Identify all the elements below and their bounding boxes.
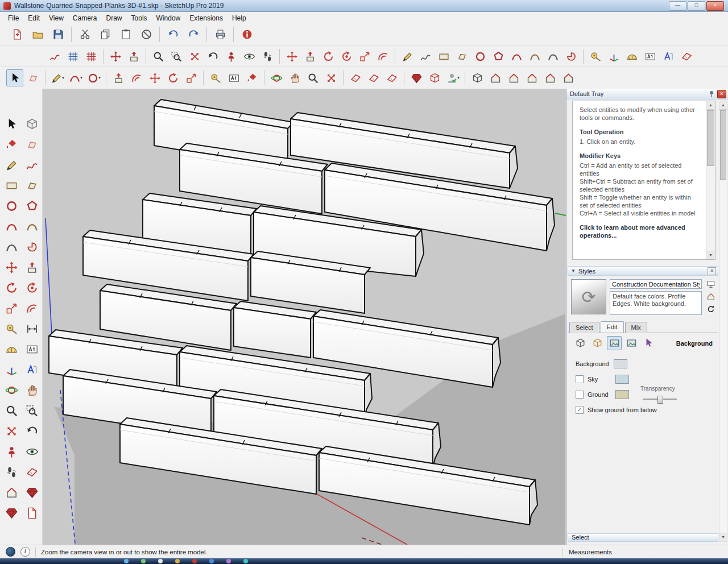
- offset-button[interactable]: [374, 48, 391, 65]
- rotate-button[interactable]: [2, 279, 21, 297]
- cut-button[interactable]: [76, 26, 93, 43]
- freehand-button[interactable]: [417, 48, 434, 65]
- instructor-more-link[interactable]: Click to learn about more advanced opera…: [580, 223, 700, 239]
- protractor-button[interactable]: [623, 48, 640, 65]
- extension-warehouse-button[interactable]: [2, 504, 21, 522]
- styles-close-icon[interactable]: ✕: [708, 267, 716, 275]
- viewport[interactable]: [43, 89, 566, 545]
- taskbar-app-icon[interactable]: [158, 559, 163, 563]
- tab-edit[interactable]: Edit: [601, 321, 624, 333]
- position-camera-button[interactable]: [2, 442, 21, 461]
- slider-thumb[interactable]: [657, 396, 663, 404]
- style-thumbnail[interactable]: ⟳: [571, 279, 606, 314]
- paint-button[interactable]: [2, 135, 21, 154]
- tray-scroll-down-icon[interactable]: ▼: [719, 533, 727, 541]
- scale-button[interactable]: [183, 69, 200, 86]
- zoom-button[interactable]: [2, 401, 21, 420]
- orbit-button[interactable]: [2, 381, 21, 399]
- scale-button[interactable]: [2, 299, 21, 317]
- transparency-slider[interactable]: [643, 396, 677, 403]
- menu-help[interactable]: Help: [228, 13, 251, 23]
- x-ray-button[interactable]: [426, 69, 443, 86]
- minimize-button[interactable]: —: [669, 1, 686, 11]
- measurements-input[interactable]: [618, 548, 720, 557]
- close-button[interactable]: ×: [706, 1, 724, 11]
- move-button[interactable]: [146, 69, 163, 86]
- section-cuts-button[interactable]: [365, 69, 382, 86]
- sandbox-from-scratch-button[interactable]: [82, 48, 100, 65]
- sandbox-from-contours-button[interactable]: [64, 48, 81, 65]
- two-point-arc-button[interactable]: [22, 217, 42, 235]
- tape-measure-button[interactable]: [587, 48, 604, 65]
- look-around-button[interactable]: [241, 48, 258, 65]
- rectangle-button[interactable]: [2, 176, 21, 194]
- offset-button[interactable]: [22, 299, 42, 317]
- front-view-button[interactable]: [505, 69, 522, 86]
- circle-button[interactable]: [2, 197, 21, 215]
- left-view-button[interactable]: [560, 69, 577, 86]
- polygon-button[interactable]: [490, 48, 507, 65]
- copy-button[interactable]: [97, 26, 114, 43]
- tape-measure-button[interactable]: [207, 69, 224, 86]
- axes-button[interactable]: [605, 48, 622, 65]
- face-settings-button[interactable]: [590, 336, 605, 350]
- scroll-down-icon[interactable]: ▼: [706, 251, 715, 259]
- shapes-button[interactable]: ▾: [85, 69, 102, 86]
- taskbar-app-icon[interactable]: [124, 559, 129, 563]
- zoom-extents-button[interactable]: [2, 422, 21, 440]
- rotated-rectangle-button[interactable]: [453, 48, 470, 65]
- stamp-button[interactable]: [125, 48, 142, 65]
- update-style-button[interactable]: [706, 304, 716, 314]
- style-name-input[interactable]: [610, 279, 702, 289]
- menu-extensions[interactable]: Extensions: [185, 13, 228, 23]
- shadows-button[interactable]: [408, 69, 425, 86]
- scroll-up-icon[interactable]: ▲: [706, 101, 715, 110]
- paint-button[interactable]: [243, 69, 260, 86]
- taskbar-app-icon[interactable]: [175, 559, 180, 563]
- secondary-pane-button[interactable]: [706, 279, 716, 289]
- axes-button[interactable]: [2, 360, 21, 379]
- polygon-button[interactable]: [22, 197, 42, 215]
- line-button[interactable]: [399, 48, 416, 65]
- arcs-button[interactable]: ▾: [67, 69, 84, 86]
- section-plane-button[interactable]: [347, 69, 364, 86]
- menu-edit[interactable]: Edit: [23, 13, 44, 23]
- taskbar-app-icon[interactable]: [141, 559, 146, 563]
- taskbar[interactable]: [0, 558, 728, 564]
- line-button[interactable]: [2, 156, 21, 174]
- section-plane-button[interactable]: [678, 48, 695, 65]
- sky-checkbox[interactable]: [576, 375, 584, 383]
- new-button[interactable]: [9, 26, 26, 43]
- tray-scroll-up-icon[interactable]: ▲: [719, 101, 727, 110]
- eraser-button[interactable]: [22, 135, 42, 154]
- eraser-button[interactable]: [24, 69, 42, 86]
- push-pull-button[interactable]: [110, 69, 127, 86]
- pan-button[interactable]: [286, 69, 303, 86]
- rotated-rectangle-button[interactable]: [22, 176, 42, 194]
- undo-button[interactable]: [164, 26, 181, 43]
- collapse-triangle-icon[interactable]: ▼: [571, 268, 576, 273]
- arc-button[interactable]: [508, 48, 525, 65]
- follow-me-button[interactable]: [22, 279, 42, 297]
- zoom-previous-button[interactable]: [204, 48, 221, 65]
- freehand-button[interactable]: [22, 156, 42, 174]
- taskbar-app-icon[interactable]: [209, 559, 214, 563]
- model-canvas[interactable]: [43, 89, 566, 545]
- protractor-button[interactable]: [2, 340, 21, 358]
- push-pull-button[interactable]: [22, 258, 42, 276]
- follow-me-button[interactable]: [338, 48, 355, 65]
- maximize-button[interactable]: □: [688, 1, 705, 11]
- rotate-button[interactable]: [164, 69, 181, 86]
- print-button[interactable]: [212, 26, 229, 43]
- tray-scrollbar-thumb[interactable]: [720, 110, 726, 180]
- model-info-button[interactable]: [238, 26, 255, 43]
- walk-button[interactable]: [2, 463, 21, 481]
- right-view-button[interactable]: [523, 69, 540, 86]
- zoom-extents-button[interactable]: [186, 48, 203, 65]
- scrollbar-thumb[interactable]: [707, 110, 714, 166]
- move-button[interactable]: [2, 258, 21, 276]
- section-planes-button[interactable]: [383, 69, 400, 86]
- menu-draw[interactable]: Draw: [102, 13, 127, 23]
- scale-button[interactable]: [356, 48, 373, 65]
- taskbar-app-icon[interactable]: [192, 559, 197, 563]
